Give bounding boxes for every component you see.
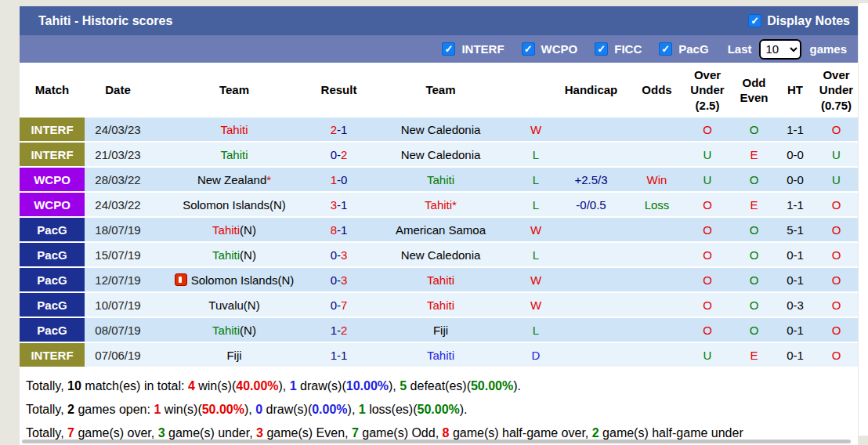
- away-team-cell: Tahiti*: [360, 193, 521, 218]
- competition-badge: PacG: [20, 243, 85, 268]
- column-header: Match: [20, 63, 85, 118]
- home-team-cell: Tahiti: [151, 143, 317, 168]
- text-segment: U: [832, 148, 841, 161]
- text-segment: W: [530, 223, 541, 237]
- text-segment: Tahiti: [427, 173, 454, 186]
- wdl-cell: L: [521, 318, 551, 343]
- wdl-cell: L: [521, 193, 551, 218]
- date-cell: 24/03/22: [85, 193, 151, 218]
- ht-cell: 1-1: [776, 118, 815, 143]
- filter-checkbox[interactable]: ✓: [522, 42, 535, 56]
- date-cell: 10/07/19: [85, 293, 151, 318]
- text-segment: 1: [331, 349, 337, 362]
- date-cell: 15/07/19: [85, 243, 151, 268]
- text-segment: Fiji: [433, 324, 448, 337]
- text-segment: ),: [348, 403, 359, 416]
- text-segment: O: [703, 273, 712, 287]
- text-segment: L: [533, 324, 539, 337]
- away-team-cell: Tahiti: [360, 168, 521, 193]
- text-segment: 0: [331, 298, 337, 312]
- home-team-cell: Fiji: [151, 343, 317, 368]
- text-segment: O: [750, 173, 759, 186]
- text-segment: 4: [188, 379, 195, 393]
- text-segment: Tahiti: [212, 324, 240, 337]
- text-segment: 0: [341, 173, 347, 186]
- text-segment: 0: [331, 248, 337, 262]
- over-under-25-cell: U: [682, 168, 732, 193]
- text-segment: game(s) half-game over,: [449, 426, 591, 440]
- text-segment: ),: [279, 379, 290, 393]
- text-segment: O: [703, 298, 712, 312]
- over-under-25-cell: O: [682, 193, 732, 218]
- ht-cell: 0-0: [776, 168, 815, 193]
- text-segment: O: [832, 273, 841, 287]
- text-segment: W: [530, 123, 541, 136]
- handicap-cell: -0/0.5: [551, 193, 631, 218]
- odd-even-cell: O: [732, 218, 776, 243]
- text-segment: 1: [341, 349, 347, 362]
- text-segment: Win: [647, 173, 667, 186]
- text-segment: Tuvalu(N): [208, 298, 259, 312]
- display-notes-label: Display Notes: [767, 14, 850, 28]
- text-segment: win(s)(: [195, 379, 236, 393]
- text-segment: Tahiti: [425, 198, 452, 212]
- date-cell: 21/03/23: [85, 143, 151, 168]
- text-segment: 50.00%: [471, 379, 513, 393]
- wdl-cell: W: [521, 218, 551, 243]
- wdl-cell: L: [521, 243, 551, 268]
- table-row: PacG08/07/19Tahiti(N)1-2FijiLOO0-1O: [20, 318, 858, 343]
- text-segment: O: [832, 123, 841, 136]
- column-header: Team: [151, 63, 317, 118]
- ht-cell: 0-1: [776, 243, 815, 268]
- red-card-icon: [175, 273, 187, 286]
- date-cell: 12/07/19: [85, 268, 151, 293]
- games-count-select[interactable]: 10: [759, 39, 801, 60]
- table-row: INTERF24/03/23Tahiti2-1New CaledoniaWOO1…: [20, 118, 858, 143]
- text-segment: 2: [331, 123, 337, 136]
- text-segment: (N): [240, 223, 256, 237]
- games-label: games: [809, 42, 847, 56]
- text-segment: W: [530, 298, 541, 312]
- handicap-cell: [551, 318, 631, 343]
- filter-wcpo[interactable]: ✓WCPO: [522, 42, 578, 56]
- text-segment: win(s)(: [161, 403, 201, 416]
- scrollbar-thumb-horizontal[interactable]: [22, 440, 851, 443]
- text-segment: U: [703, 148, 712, 161]
- table-row: PacG10/07/19Tuvalu(N)0-7TahitiWOO0-3O: [20, 293, 858, 318]
- text-segment: 7: [67, 426, 74, 440]
- filter-checkbox[interactable]: ✓: [659, 42, 672, 56]
- filter-ficc[interactable]: ✓FICC: [595, 42, 642, 56]
- text-segment: defeat(es)(: [407, 379, 471, 393]
- text-segment: game(s) over,: [74, 426, 158, 440]
- table-row: PacG18/07/19Tahiti(N)8-1American SamoaWO…: [20, 218, 858, 243]
- text-segment: (N): [240, 324, 256, 337]
- column-header: Team: [360, 63, 521, 118]
- odds-cell: [631, 318, 682, 343]
- text-segment: game(s) Even,: [263, 426, 352, 440]
- filter-checkbox[interactable]: ✓: [442, 42, 455, 56]
- odd-even-cell: O: [732, 268, 776, 293]
- header-row: MatchDateTeamResultTeamHandicapOddsOver …: [20, 63, 858, 118]
- wdl-cell: L: [521, 168, 551, 193]
- text-segment: games open:: [74, 403, 154, 416]
- filter-interf[interactable]: ✓INTERF: [442, 42, 504, 56]
- text-segment: L: [533, 198, 539, 212]
- home-team-cell: Tahiti: [151, 118, 317, 143]
- text-segment: 1: [154, 403, 161, 416]
- text-segment: 3: [158, 426, 165, 440]
- filter-checkbox[interactable]: ✓: [595, 42, 608, 56]
- display-notes-toggle[interactable]: ✓ Display Notes: [748, 14, 850, 28]
- handicap-cell: [551, 293, 631, 318]
- filter-pacg[interactable]: ✓PacG: [659, 42, 708, 56]
- over-under-075-cell: U: [815, 143, 858, 168]
- odds-cell: Loss: [631, 193, 682, 218]
- text-segment: Tahiti: [427, 273, 454, 287]
- text-segment: 10.00%: [346, 379, 389, 393]
- over-under-25-cell: O: [682, 243, 732, 268]
- over-under-075-cell: O: [815, 318, 858, 343]
- text-segment: 1: [359, 403, 366, 416]
- column-header: Odds: [631, 63, 682, 118]
- over-under-25-cell: O: [682, 293, 732, 318]
- odd-even-cell: O: [732, 293, 776, 318]
- display-notes-checkbox[interactable]: ✓: [748, 14, 761, 27]
